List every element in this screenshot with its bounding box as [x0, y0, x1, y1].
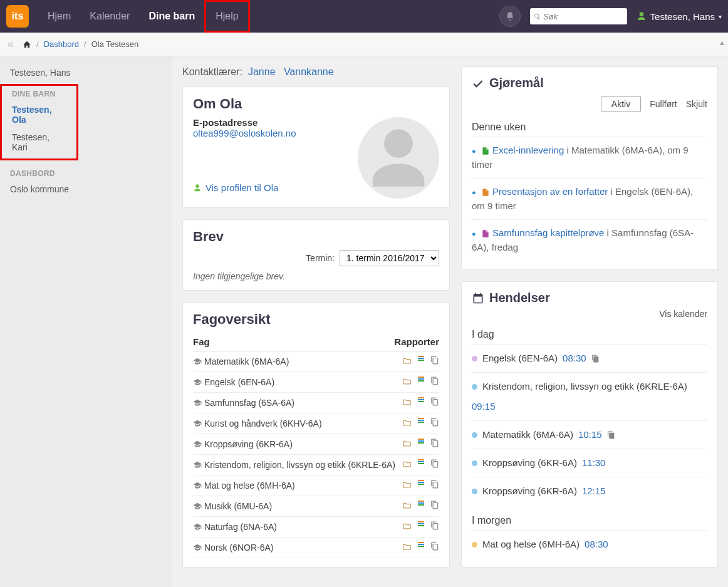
nav-dine-barn[interactable]: Dine barn: [139, 0, 204, 33]
logo[interactable]: its: [6, 5, 29, 28]
event-time[interactable]: 11:30: [582, 455, 606, 470]
event-name[interactable]: Engelsk (6EN-6A): [482, 351, 558, 366]
nav-hjelp[interactable]: Hjelp: [204, 0, 249, 33]
report-list-icon[interactable]: [418, 418, 424, 429]
open-folder-icon[interactable]: [402, 480, 412, 491]
tasks-title: Gjøremål: [472, 76, 707, 90]
nav-hjem[interactable]: Hjem: [38, 0, 80, 33]
report-list-icon[interactable]: [418, 397, 424, 408]
event-name[interactable]: Mat og helse (6MH-6A): [482, 537, 580, 552]
task-link[interactable]: Excel-innlevering: [492, 145, 564, 155]
task-link[interactable]: Presentasjon av en forfatter: [492, 186, 608, 197]
subject-name[interactable]: Matematikk (6MA-6A): [193, 356, 402, 366]
show-calendar-link[interactable]: Vis kalender: [659, 309, 707, 319]
open-folder-icon[interactable]: [402, 501, 412, 512]
contact-teacher-link[interactable]: Janne: [248, 66, 276, 77]
subject-name[interactable]: Kristendom, religion, livssyn og etikk (…: [193, 460, 402, 470]
copy-icon[interactable]: [430, 439, 439, 450]
copy-icon[interactable]: [430, 501, 439, 512]
copy-icon[interactable]: [430, 377, 439, 388]
report-list-icon[interactable]: [418, 439, 424, 450]
event-dot-icon: [472, 432, 477, 438]
event-time[interactable]: 12:15: [582, 484, 606, 499]
event-time[interactable]: 10:15: [578, 427, 602, 442]
event-time[interactable]: 08:30: [563, 351, 586, 366]
subject-name[interactable]: Naturfag (6NA-6A): [193, 522, 402, 532]
bullet-icon: ●: [472, 189, 476, 196]
copy-icon[interactable]: [607, 431, 615, 439]
col-reports: Rapporter: [394, 336, 439, 347]
event-name[interactable]: Matematikk (6MA-6A): [482, 427, 573, 442]
event-time[interactable]: 08:30: [585, 537, 608, 552]
subject-name[interactable]: Musikk (6MU-6A): [193, 501, 402, 511]
event-row: Kroppsøving (6KR-6A)12:15: [472, 477, 707, 505]
open-folder-icon[interactable]: [402, 459, 412, 470]
report-list-icon[interactable]: [418, 459, 424, 470]
home-icon[interactable]: [23, 40, 31, 49]
open-folder-icon[interactable]: [402, 377, 412, 388]
subject-name[interactable]: Mat og helse (6MH-6A): [193, 481, 402, 491]
copy-icon[interactable]: [591, 355, 600, 363]
task-link[interactable]: Samfunnsfag kapittelprøve: [492, 227, 604, 238]
scroll-up-icon[interactable]: ▲: [719, 39, 725, 46]
tab-hidden[interactable]: Skjult: [686, 99, 707, 109]
subject-name[interactable]: Kunst og håndverk (6KHV-6A): [193, 418, 402, 429]
tab-active[interactable]: Aktiv: [601, 96, 641, 112]
copy-icon[interactable]: [430, 356, 439, 367]
event-name[interactable]: Kristendom, religion, livssyn og etikk (…: [482, 379, 687, 394]
user-menu[interactable]: Testesen, Hans ▾: [637, 11, 722, 22]
user-name: Testesen, Hans: [650, 11, 715, 22]
graduation-cap-icon: [193, 522, 202, 531]
search-box[interactable]: [530, 8, 627, 24]
open-folder-icon[interactable]: [402, 418, 412, 429]
event-time[interactable]: 09:15: [472, 399, 496, 414]
open-folder-icon[interactable]: [402, 521, 412, 532]
avatar-placeholder-icon: [364, 123, 433, 192]
breadcrumb-dashboard[interactable]: Dashbord: [44, 39, 79, 49]
contact-teacher-link[interactable]: Vannkanne: [284, 66, 334, 77]
copy-icon[interactable]: [430, 418, 439, 429]
event-name[interactable]: Kroppsøving (6KR-6A): [482, 484, 577, 499]
report-list-icon[interactable]: [418, 542, 424, 553]
view-profile-link[interactable]: Vis profilen til Ola: [193, 182, 348, 193]
breadcrumb-sep: /: [36, 39, 39, 49]
email-link[interactable]: oltea999@osloskolen.no: [193, 128, 296, 138]
col-subject: Fag: [193, 336, 210, 347]
dine-barn-highlight-box: DINE BARN Testesen, OlaTestesen, Kari: [0, 84, 78, 160]
sidebar-child[interactable]: Testesen, Ola: [2, 101, 76, 128]
report-list-icon[interactable]: [418, 377, 424, 388]
copy-icon[interactable]: [430, 397, 439, 408]
copy-icon[interactable]: [430, 480, 439, 491]
open-folder-icon[interactable]: [402, 356, 412, 367]
copy-icon[interactable]: [430, 542, 439, 553]
report-list-icon[interactable]: [418, 501, 424, 512]
task-row: ● Presentasjon av en forfatter i Engelsk…: [472, 178, 707, 219]
event-row: Mat og helse (6MH-6A)08:30: [472, 530, 707, 558]
notifications-button[interactable]: [499, 6, 521, 27]
subject-row: Engelsk (6EN-6A): [193, 372, 439, 393]
sidebar-dash-item[interactable]: Oslo kommune: [0, 180, 172, 198]
report-list-icon[interactable]: [418, 521, 424, 532]
report-list-icon[interactable]: [418, 480, 424, 491]
subject-name[interactable]: Engelsk (6EN-6A): [193, 377, 402, 387]
report-list-icon[interactable]: [418, 356, 424, 367]
subject-name[interactable]: Norsk (6NOR-6A): [193, 543, 402, 553]
graduation-cap-icon: [193, 440, 202, 449]
collapse-sidebar-button[interactable]: «: [8, 38, 14, 51]
graduation-cap-icon: [193, 419, 202, 428]
copy-icon[interactable]: [430, 459, 439, 470]
subject-name[interactable]: Kroppsøving (6KR-6A): [193, 439, 402, 449]
search-input[interactable]: [543, 12, 623, 21]
sidebar-child[interactable]: Testesen, Kari: [2, 128, 76, 156]
open-folder-icon[interactable]: [402, 397, 412, 408]
nav-kalender[interactable]: Kalender: [80, 0, 139, 33]
subject-name[interactable]: Samfunnsfag (6SA-6A): [193, 398, 402, 408]
sidebar-user[interactable]: Testesen, Hans: [0, 64, 172, 81]
open-folder-icon[interactable]: [402, 439, 412, 450]
open-folder-icon[interactable]: [402, 542, 412, 553]
event-name[interactable]: Kroppsøving (6KR-6A): [482, 455, 577, 470]
tab-done[interactable]: Fullført: [650, 99, 677, 109]
event-dot-icon: [472, 489, 477, 494]
copy-icon[interactable]: [430, 521, 439, 532]
term-select[interactable]: 1. termin 2016/2017: [340, 250, 439, 266]
